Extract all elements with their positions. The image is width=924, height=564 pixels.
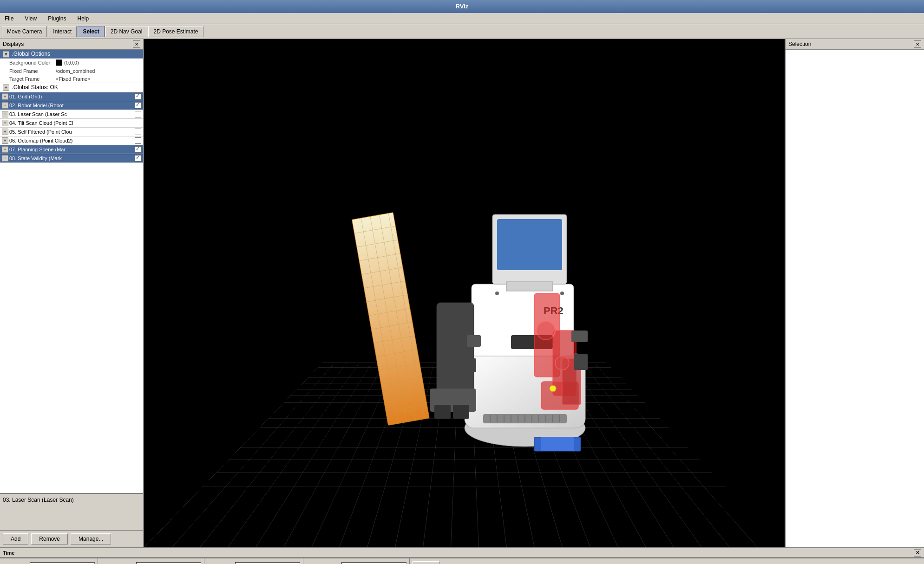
expand-03-icon[interactable]: +	[2, 111, 8, 117]
move-camera-button[interactable]: Move Camera	[2, 26, 47, 37]
reset-button[interactable]: Reset	[413, 561, 439, 564]
svg-rect-56	[574, 354, 588, 370]
ros-time-value: 352.781000	[235, 562, 300, 564]
display-02-label: 02. Robot Model (Robot	[9, 103, 135, 108]
svg-rect-55	[571, 331, 588, 342]
svg-rect-57	[465, 358, 476, 372]
display-04-checkbox[interactable]	[135, 120, 141, 126]
expand-02-icon[interactable]: +	[2, 102, 8, 109]
expand-01-icon[interactable]: +	[2, 93, 8, 100]
time-label: Time	[3, 550, 14, 556]
expand-04-icon[interactable]: +	[2, 120, 8, 126]
display-03-checkbox[interactable]	[135, 111, 141, 117]
ros-elapsed-section: ROS Elapsed: 341.703000	[303, 558, 410, 564]
robot-svg: PR2	[283, 131, 646, 456]
wall-time-section: Wall Time: 1319156397.559449	[0, 558, 98, 564]
3d-viewport[interactable]: PR2	[144, 39, 785, 547]
info-panel: 03. Laser Scan (Laser Scan)	[0, 493, 143, 530]
svg-rect-37	[497, 219, 562, 270]
info-text: 03. Laser Scan (Laser Scan)	[3, 497, 74, 503]
bg-color-value: (0,0,0)	[64, 60, 79, 65]
svg-rect-43	[434, 405, 451, 419]
manage-button[interactable]: Manage...	[71, 533, 111, 545]
display-07-checkbox[interactable]	[135, 146, 141, 153]
status-bar: Wall Time: 1319156397.559449 Wall Elapse…	[0, 558, 924, 564]
display-06-checkbox[interactable]	[135, 137, 141, 144]
display-item-03[interactable]: + 03. Laser Scan (Laser Sc	[0, 110, 143, 119]
display-06-label: 06. Octomap (Point Cloud2)	[9, 138, 135, 143]
displays-close-icon[interactable]: ✕	[133, 40, 140, 48]
target-frame-label: Target Frame	[9, 76, 56, 82]
menu-bar: File View Plugins Help	[0, 13, 924, 24]
title-bar: RViz	[0, 0, 924, 13]
fixed-frame-property: Fixed Frame /odom_combined	[0, 67, 143, 75]
selection-header: Selection ✕	[786, 39, 924, 50]
display-01-label: 01. Grid (Grid)	[9, 94, 135, 99]
menu-file[interactable]: File	[2, 14, 16, 23]
displays-title: Displays	[3, 41, 24, 47]
display-item-05[interactable]: + 05. Self Filtered (Point Clou	[0, 128, 143, 136]
displays-content: ▼ .Global Options Background Color (0,0,…	[0, 50, 143, 493]
display-item-02[interactable]: + 02. Robot Model (Robot	[0, 101, 143, 110]
svg-rect-44	[453, 405, 469, 419]
display-01-checkbox[interactable]	[135, 93, 141, 100]
display-04-label: 04. Tilt Scan Cloud (Point Cl	[9, 120, 135, 126]
expand-icon-status[interactable]: +	[3, 84, 9, 91]
target-frame-property: Target Frame <Fixed Frame>	[0, 75, 143, 83]
window-title: RViz	[456, 3, 469, 10]
global-options-row[interactable]: ▼ .Global Options	[0, 50, 143, 58]
global-options-label: .Global Options	[12, 51, 50, 57]
selection-content	[786, 50, 924, 547]
time-close-icon[interactable]: ✕	[914, 549, 921, 557]
select-button[interactable]: Select	[78, 26, 104, 37]
display-item-01[interactable]: + 01. Grid (Grid)	[0, 92, 143, 101]
2d-pose-estimate-button[interactable]: 2D Pose Estimate	[148, 26, 203, 37]
global-status-label: .Global Status: OK	[12, 84, 58, 91]
svg-point-39	[560, 292, 564, 295]
expand-05-icon[interactable]: +	[2, 129, 8, 135]
svg-rect-40	[506, 282, 553, 291]
svg-rect-0	[352, 212, 429, 425]
toolbar: Move Camera Interact Select 2D Nav Goal …	[0, 24, 924, 39]
fixed-frame-value: /odom_combined	[56, 68, 95, 74]
display-item-04[interactable]: + 04. Tilt Scan Cloud (Point Cl	[0, 119, 143, 128]
time-header-bar: Time ✕	[0, 547, 924, 558]
svg-rect-53	[541, 437, 574, 451]
displays-header: Displays ✕	[0, 39, 143, 50]
interact-button[interactable]: Interact	[48, 26, 77, 37]
ros-elapsed-value: 341.703000	[341, 562, 406, 564]
ros-time-section: ROS Time: 352.781000	[204, 558, 303, 564]
selection-title: Selection	[788, 41, 811, 47]
display-02-checkbox[interactable]	[135, 102, 141, 109]
wall-elapsed-value: 272.505211	[136, 562, 201, 564]
display-08-label: 08. State Validity (Mark	[9, 156, 135, 161]
display-08-checkbox[interactable]	[135, 155, 141, 162]
display-07-label: 07. Planning Scene (Mar	[9, 147, 135, 152]
2d-nav-goal-button[interactable]: 2D Nav Goal	[105, 26, 148, 37]
menu-view[interactable]: View	[22, 14, 39, 23]
expand-icon-global[interactable]: ▼	[3, 51, 9, 58]
target-frame-value: <Fixed Frame>	[56, 76, 91, 82]
expand-08-icon[interactable]: +	[2, 155, 8, 162]
menu-help[interactable]: Help	[75, 14, 92, 23]
remove-button[interactable]: Remove	[31, 533, 68, 545]
display-item-06[interactable]: + 06. Octomap (Point Cloud2)	[0, 136, 143, 145]
robot-display: PR2	[144, 39, 785, 547]
display-item-08[interactable]: + 08. State Validity (Mark	[0, 154, 143, 163]
svg-point-51	[550, 385, 556, 392]
svg-rect-41	[437, 303, 474, 395]
expand-07-icon[interactable]: +	[2, 146, 8, 153]
left-panel: Displays ✕ ▼ .Global Options Background …	[0, 39, 144, 547]
expand-06-icon[interactable]: +	[2, 137, 8, 144]
svg-rect-54	[467, 335, 481, 347]
add-button[interactable]: Add	[3, 533, 28, 545]
display-05-checkbox[interactable]	[135, 129, 141, 135]
bottom-buttons: Add Remove Manage...	[0, 530, 143, 547]
bg-color-swatch[interactable]	[56, 59, 62, 66]
wall-elapsed-section: Wall Elapsed: 272.505211	[98, 558, 204, 564]
selection-close-icon[interactable]: ✕	[914, 40, 921, 48]
background-color-property: Background Color (0,0,0)	[0, 58, 143, 67]
menu-plugins[interactable]: Plugins	[45, 14, 69, 23]
main-layout: Displays ✕ ▼ .Global Options Background …	[0, 39, 924, 547]
display-item-07[interactable]: + 07. Planning Scene (Mar	[0, 145, 143, 154]
